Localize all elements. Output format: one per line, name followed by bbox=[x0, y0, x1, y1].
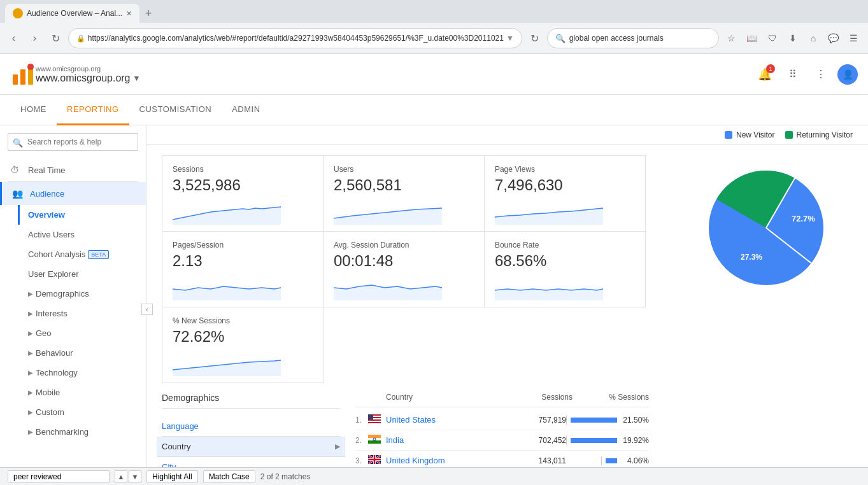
ct-bar bbox=[571, 418, 617, 423]
custom-label: Custom bbox=[36, 407, 64, 417]
apps-icon[interactable]: ⠿ bbox=[781, 63, 804, 86]
forward-button[interactable]: › bbox=[26, 29, 43, 47]
demographics-title: Demographics bbox=[162, 393, 340, 409]
url-dropdown-arrow[interactable]: ▼ bbox=[506, 34, 514, 43]
metric-new-sessions: % New Sessions 72.62% bbox=[162, 307, 324, 383]
back-button[interactable]: ‹ bbox=[5, 29, 22, 47]
shield-icon[interactable]: 🛡 bbox=[764, 29, 781, 47]
ct-country-name[interactable]: United States bbox=[386, 415, 502, 425]
pageviews-value: 7,496,630 bbox=[495, 176, 635, 194]
url-box[interactable]: 🔒 https://analytics.google.com/analytics… bbox=[68, 28, 522, 48]
ct-sessions-val: 143,011 bbox=[502, 456, 566, 465]
sidebar-sub-benchmarking[interactable]: ▶ Benchmarking bbox=[28, 422, 146, 442]
new-sessions-label: % New Sessions bbox=[173, 316, 313, 325]
ga-appbar: www.omicsgroup.org www.omicsgroup.org ▼ … bbox=[0, 54, 868, 95]
highlight-all-button[interactable]: Highlight All bbox=[146, 470, 198, 483]
country-arrow: ▶ bbox=[335, 442, 340, 451]
user-avatar[interactable]: 👤 bbox=[837, 64, 858, 85]
org-dropdown-arrow[interactable]: ▼ bbox=[133, 74, 141, 83]
sidebar-sub-technology[interactable]: ▶ Technology bbox=[28, 363, 146, 383]
sidebar-sub-behaviour[interactable]: ▶ Behaviour bbox=[28, 343, 146, 363]
tab-close-button[interactable]: ✕ bbox=[126, 10, 132, 18]
sidebar-search-input[interactable] bbox=[8, 133, 138, 151]
sidebar-sub-activeusers[interactable]: Active Users bbox=[28, 225, 146, 244]
new-visitor-dot bbox=[725, 131, 732, 139]
ct-country-name[interactable]: United Kingdom bbox=[386, 456, 502, 465]
ct-country-name[interactable]: India bbox=[386, 435, 502, 445]
address-bar: ‹ › ↻ 🔒 https://analytics.google.com/ana… bbox=[0, 23, 868, 53]
returning-visitor-label: Returning Visitor bbox=[797, 130, 853, 139]
sidebar-sub-geo[interactable]: ▶ Geo bbox=[28, 323, 146, 343]
reload-button[interactable]: ↻ bbox=[526, 29, 543, 47]
sidebar-audience-label: Audience bbox=[30, 189, 64, 199]
sidebar-sub-interests[interactable]: ▶ Interests bbox=[28, 304, 146, 323]
reader-icon[interactable]: 📖 bbox=[743, 29, 761, 47]
sidebar-sub-cohort[interactable]: Cohort Analysis BETA bbox=[28, 244, 146, 264]
browser-icons: ☆ 📖 🛡 ⬇ ⌂ 💬 ☰ bbox=[723, 29, 863, 47]
bounce-rate-value: 68.56% bbox=[495, 252, 635, 270]
metric-bounce-rate: Bounce Rate 68.56% bbox=[484, 231, 646, 307]
svg-text:72.7%: 72.7% bbox=[792, 214, 815, 223]
find-next-button[interactable]: ▼ bbox=[129, 470, 141, 483]
realtime-icon: ⏱ bbox=[10, 165, 22, 175]
demographics-panel: Demographics Language Country ▶ City Sys… bbox=[162, 393, 340, 468]
metric-sessions: Sessions 3,525,986 bbox=[162, 155, 324, 232]
sidebar-section-main: ⏱ Real Time 👥 Audience Overview Active U… bbox=[0, 158, 146, 442]
bounce-rate-chart bbox=[495, 275, 635, 300]
org-info: www.omicsgroup.org www.omicsgroup.org ▼ bbox=[36, 65, 140, 84]
browser-search-box[interactable]: 🔍 global open access journals bbox=[547, 28, 719, 48]
demographics-country-item[interactable]: Country ▶ bbox=[157, 437, 345, 457]
sidebar-audience-sub: Overview Active Users Cohort Analysis BE… bbox=[0, 205, 146, 442]
pages-session-label: Pages/Session bbox=[173, 241, 313, 250]
star-icon[interactable]: ☆ bbox=[723, 29, 741, 47]
cohort-label: Cohort Analysis bbox=[28, 250, 85, 259]
sidebar-realtime-label: Real Time bbox=[28, 165, 66, 175]
tab-reporting[interactable]: REPORTING bbox=[57, 95, 129, 125]
sidebar-item-realtime[interactable]: ⏱ Real Time bbox=[0, 158, 146, 181]
country-table-header: Country Sessions % Sessions bbox=[355, 393, 649, 407]
sessions-label: Sessions bbox=[173, 165, 313, 174]
svg-marker-5 bbox=[334, 208, 442, 225]
ct-bar-divider bbox=[601, 456, 602, 465]
tab-customisation[interactable]: CUSTOMISATION bbox=[129, 95, 222, 125]
refresh-button[interactable]: ↻ bbox=[47, 29, 64, 47]
tab-admin[interactable]: ADMIN bbox=[222, 95, 270, 125]
demographics-language-link[interactable]: Language bbox=[162, 416, 340, 437]
more-options-icon[interactable]: ⋮ bbox=[809, 63, 832, 86]
active-tab[interactable]: Audience Overview – Anal... ✕ bbox=[5, 4, 139, 23]
avg-session-value: 00:01:48 bbox=[334, 252, 474, 270]
pie-chart-section: 72.7% 27.3% bbox=[664, 145, 868, 468]
ct-bar bbox=[606, 458, 617, 463]
find-input[interactable] bbox=[8, 470, 110, 483]
beta-badge: BETA bbox=[88, 250, 109, 259]
sidebar-sub-custom[interactable]: ▶ Custom bbox=[28, 402, 146, 422]
match-case-button[interactable]: Match Case bbox=[203, 470, 255, 483]
demographics-city-link[interactable]: City bbox=[162, 457, 340, 468]
new-sessions-chart bbox=[173, 351, 313, 376]
sidebar-sub-demographics[interactable]: ▶ Demographics bbox=[28, 284, 146, 304]
ct-pct-val: 19.92% bbox=[617, 436, 649, 445]
sidebar-item-audience[interactable]: 👥 Audience bbox=[0, 182, 146, 205]
svg-point-3 bbox=[27, 64, 34, 70]
ct-row-num: 2. bbox=[355, 436, 368, 445]
legend-returning-visitor: Returning Visitor bbox=[785, 130, 853, 139]
new-tab-button[interactable]: + bbox=[139, 4, 157, 22]
svg-rect-18 bbox=[368, 440, 381, 444]
find-prev-button[interactable]: ▲ bbox=[115, 470, 127, 483]
tab-home[interactable]: HOME bbox=[10, 95, 57, 125]
metric-users: Users 2,560,581 bbox=[323, 155, 485, 232]
notification-badge: 1 bbox=[766, 64, 775, 73]
home-icon[interactable]: ⌂ bbox=[804, 29, 822, 47]
sidebar-sub-overview[interactable]: Overview bbox=[18, 205, 146, 225]
behaviour-expand-arrow: ▶ bbox=[28, 349, 33, 356]
technology-expand-arrow: ▶ bbox=[28, 369, 33, 376]
secure-icon: 🔒 bbox=[76, 34, 85, 43]
sidebar-sub-mobile[interactable]: ▶ Mobile bbox=[28, 383, 146, 402]
chat-icon[interactable]: 💬 bbox=[825, 29, 843, 47]
menu-icon[interactable]: ☰ bbox=[845, 29, 863, 47]
download-icon[interactable]: ⬇ bbox=[784, 29, 802, 47]
sidebar-collapse-button[interactable]: ‹ bbox=[141, 304, 153, 315]
sidebar-sub-userexplorer[interactable]: User Explorer bbox=[28, 264, 146, 284]
notifications-button[interactable]: 🔔 1 bbox=[753, 63, 776, 86]
legend-new-visitor: New Visitor bbox=[725, 130, 774, 139]
